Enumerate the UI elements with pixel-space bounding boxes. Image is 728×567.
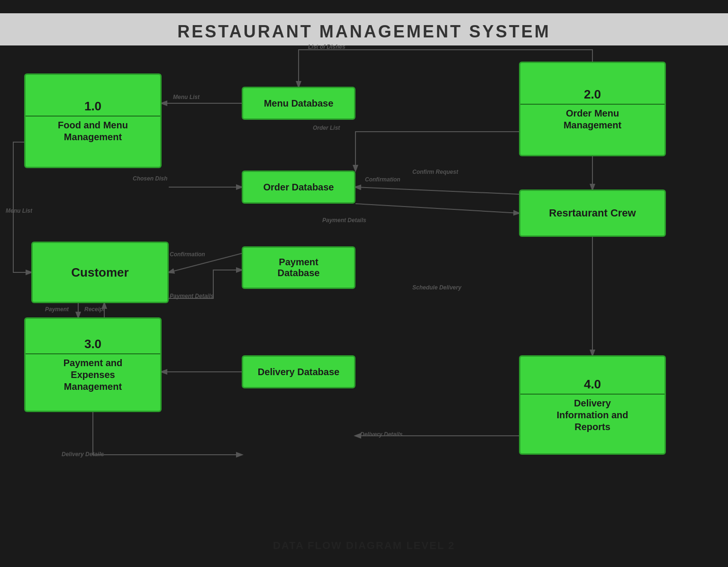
order-menu-label: Order MenuManagement (561, 108, 624, 131)
label-menu-list-2: Menu List (6, 207, 32, 214)
svg-line-5 (355, 204, 519, 213)
label-menu-list-1: Menu List (173, 94, 200, 100)
menu-db-box: Menu Database (242, 87, 355, 120)
food-menu-box: 1.0 Food and MenuManagement (24, 73, 162, 168)
food-menu-num: 1.0 (26, 99, 160, 117)
payment-expenses-box: 3.0 Payment andExpensesManagement (24, 317, 162, 412)
label-receipt: Receipt (84, 306, 105, 313)
order-menu-num: 2.0 (520, 87, 664, 105)
order-db-box: Order Database (242, 171, 355, 204)
payment-expenses-num: 3.0 (26, 337, 160, 354)
delivery-info-box: 4.0 DeliveryInformation andReports (519, 355, 666, 455)
food-menu-label: Food and MenuManagement (55, 119, 131, 143)
payment-db-label: PaymentDatabase (278, 257, 320, 279)
diagram-canvas: RESTAURANT MANAGEMENT SYSTEM (0, 0, 728, 567)
diagram-title: RESTAURANT MANAGEMENT SYSTEM (0, 13, 728, 45)
payment-db-box: PaymentDatabase (242, 246, 355, 289)
delivery-info-num: 4.0 (520, 377, 664, 395)
delivery-db-box: Delivery Database (242, 355, 355, 388)
diagram-subtitle: DATA FLOW DIAGRAM LEVEL 2 (0, 540, 728, 552)
restaurant-crew-label: Resrtaurant Crew (549, 207, 636, 219)
label-confirmation: Confirmation (365, 176, 400, 183)
restaurant-crew-box: Resrtaurant Crew (519, 189, 666, 237)
label-confirm-request: Confirm Request (412, 169, 458, 175)
label-payment-details-2: Payment Details (170, 293, 214, 299)
label-order-list: Order List (313, 125, 340, 131)
label-chosen-dish: Chosen Dish (133, 175, 167, 182)
customer-label: Customer (71, 265, 128, 280)
svg-line-2 (355, 187, 519, 194)
label-list-of-dishes: List of Dishes (308, 44, 346, 50)
label-delivery-details-right: Delivery Details (360, 431, 402, 438)
label-delivery-details-left: Delivery Details (62, 451, 104, 458)
delivery-info-label: DeliveryInformation andReports (554, 397, 631, 433)
label-payment: Payment (45, 306, 69, 313)
label-schedule-delivery: Schedule Delivery (412, 284, 461, 291)
label-payment-details-1: Payment Details (322, 217, 366, 224)
payment-expenses-label: Payment andExpensesManagement (61, 357, 125, 393)
customer-box: Customer (31, 242, 169, 303)
order-menu-box: 2.0 Order MenuManagement (519, 62, 666, 156)
